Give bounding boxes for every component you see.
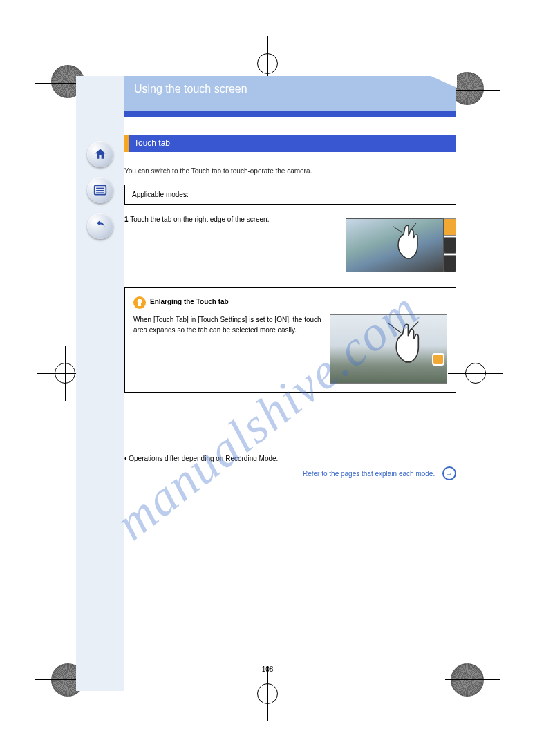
back-button[interactable] bbox=[87, 213, 113, 239]
home-button[interactable] bbox=[87, 141, 113, 167]
title-banner: Using the touch screen bbox=[124, 76, 456, 117]
title-text: Using the touch screen bbox=[134, 83, 247, 95]
arrow-right-icon: → bbox=[442, 466, 456, 480]
footer-line: • Operations differ depending on Recordi… bbox=[124, 455, 456, 462]
intro-text: You can switch to the Touch tab to touch… bbox=[124, 166, 456, 176]
banner-notch bbox=[429, 75, 457, 88]
step-1-thumbnail bbox=[346, 214, 456, 276]
tip-body: When [Touch Tab] in [Touch Settings] is … bbox=[133, 314, 321, 384]
touch-hand-icon bbox=[386, 220, 427, 269]
page-number: 108 bbox=[262, 665, 274, 673]
sidebar bbox=[76, 76, 124, 691]
tip-box: Enlarging the Touch tab When [Touch Tab]… bbox=[124, 287, 456, 393]
mode-box: Applicable modes: bbox=[124, 185, 456, 205]
home-icon bbox=[93, 147, 107, 161]
footer-link[interactable]: Refer to the pages that explain each mod… bbox=[303, 470, 435, 478]
tip-bulb-icon bbox=[133, 296, 146, 309]
step-1-body: Touch the tab on the right edge of the s… bbox=[130, 216, 269, 223]
step-1: 1 Touch the tab on the right edge of the… bbox=[124, 214, 456, 276]
registration-mark-icon bbox=[451, 663, 484, 697]
crop-line bbox=[68, 48, 68, 104]
section-heading: Touch tab bbox=[124, 135, 456, 152]
touch-hand-icon bbox=[382, 319, 430, 374]
menu-icon bbox=[93, 184, 107, 196]
back-icon bbox=[93, 219, 107, 233]
tip-heading: Enlarging the Touch tab bbox=[150, 296, 229, 307]
svg-line-6 bbox=[388, 323, 401, 333]
thumbnail-tabs bbox=[444, 218, 456, 272]
step-1-text: 1 Touch the tab on the right edge of the… bbox=[124, 214, 337, 276]
page-content: Using the touch screen Touch tab You can… bbox=[124, 76, 456, 480]
crop-line bbox=[445, 679, 500, 680]
svg-line-5 bbox=[411, 223, 416, 230]
footer-note: • Operations differ depending on Recordi… bbox=[124, 455, 456, 480]
menu-button[interactable] bbox=[87, 177, 113, 203]
crop-line bbox=[68, 659, 68, 715]
mode-box-label: Applicable modes: bbox=[132, 191, 189, 198]
title-underline bbox=[124, 111, 456, 117]
tab-item bbox=[444, 255, 456, 272]
section-heading-text: Touch tab bbox=[134, 138, 170, 148]
crop-line bbox=[467, 55, 467, 111]
tip-thumbnail bbox=[330, 314, 447, 384]
tab-active bbox=[444, 218, 456, 236]
crop-line bbox=[467, 659, 467, 715]
svg-line-4 bbox=[393, 226, 402, 233]
tab-item bbox=[444, 237, 456, 254]
step-1-number: 1 bbox=[124, 216, 129, 223]
tip-thumbnail-tab bbox=[432, 353, 444, 366]
svg-line-7 bbox=[411, 322, 418, 330]
